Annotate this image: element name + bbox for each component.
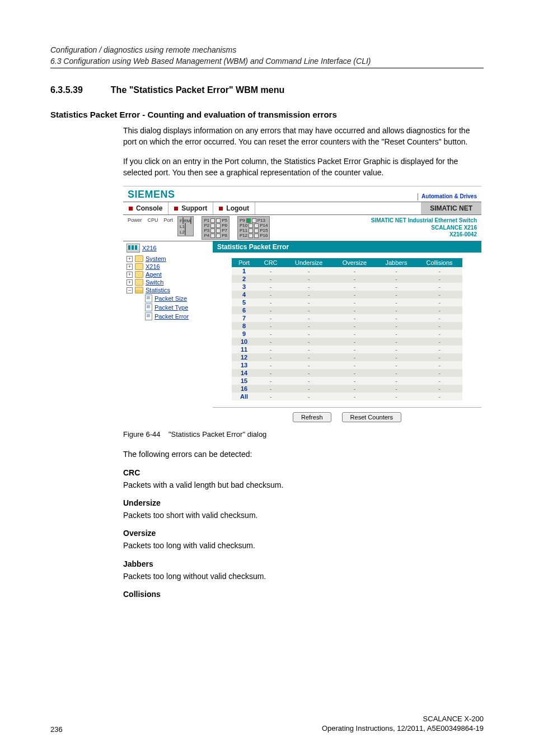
table-row: 15----- bbox=[232, 377, 463, 385]
table-header: Oversize bbox=[333, 258, 376, 267]
term-oversize-text: Packets too long with valid checksum. bbox=[123, 540, 484, 551]
value-cell: - bbox=[376, 369, 416, 377]
tree-expander-agent[interactable]: + bbox=[127, 272, 133, 278]
support-link[interactable]: Support bbox=[168, 202, 213, 214]
table-row: 10----- bbox=[232, 338, 463, 346]
port-cell[interactable]: 1 bbox=[232, 267, 257, 275]
value-cell: - bbox=[416, 330, 463, 338]
refresh-button[interactable]: Refresh bbox=[293, 412, 331, 422]
packet-error-table: PortCRCUndersizeOversizeJabbersCollision… bbox=[232, 258, 463, 400]
port-cell[interactable]: 7 bbox=[232, 314, 257, 322]
wbm-screenshot: SIEMENS Automation & Drives Console Supp… bbox=[123, 186, 481, 426]
term-jabbers-heading: Jabbers bbox=[123, 559, 484, 568]
tree-item-psize[interactable]: Packet Size bbox=[154, 295, 187, 302]
value-cell: - bbox=[333, 267, 376, 275]
value-cell: - bbox=[257, 298, 285, 306]
port-cell[interactable]: 3 bbox=[232, 283, 257, 291]
document-icon bbox=[145, 304, 152, 311]
tree-item-agent[interactable]: Agent bbox=[146, 271, 162, 278]
value-cell: - bbox=[285, 377, 333, 385]
table-header: CRC bbox=[257, 258, 285, 267]
port-cell[interactable]: 13 bbox=[232, 361, 257, 369]
bullet-icon bbox=[174, 207, 178, 211]
table-row: All----- bbox=[232, 393, 463, 400]
port-cell[interactable]: 14 bbox=[232, 369, 257, 377]
port-cell[interactable]: 16 bbox=[232, 385, 257, 393]
value-cell: - bbox=[257, 377, 285, 385]
value-cell: - bbox=[333, 306, 376, 314]
reset-counters-button[interactable]: Reset Counters bbox=[342, 412, 401, 422]
nav-tree: X216 +System+X216+Agent+Switch–Statistic… bbox=[123, 241, 213, 426]
table-header: Collisions bbox=[416, 258, 463, 267]
value-cell: - bbox=[257, 322, 285, 330]
shelf-port1-label: Port bbox=[164, 216, 174, 223]
value-cell: - bbox=[376, 306, 416, 314]
port-cell[interactable]: 5 bbox=[232, 298, 257, 306]
port-cell[interactable]: 12 bbox=[232, 353, 257, 361]
tree-expander-x216[interactable]: + bbox=[127, 264, 133, 270]
value-cell: - bbox=[416, 393, 463, 400]
value-cell: - bbox=[416, 275, 463, 283]
port-cell[interactable]: 10 bbox=[232, 338, 257, 346]
value-cell: - bbox=[333, 393, 376, 400]
port-led-block-a: P1P5 P2P6 P3P7 P4P8 bbox=[202, 216, 229, 240]
running-head-line2: 6.3 Configuration using Web Based Manage… bbox=[50, 56, 484, 67]
value-cell: - bbox=[376, 330, 416, 338]
table-header: Undersize bbox=[285, 258, 333, 267]
device-id-line2: SCALANCE X216 bbox=[371, 225, 477, 232]
value-cell: - bbox=[285, 298, 333, 306]
tree-device-link[interactable]: X216 bbox=[142, 245, 157, 251]
value-cell: - bbox=[285, 330, 333, 338]
console-link[interactable]: Console bbox=[123, 202, 168, 214]
value-cell: - bbox=[416, 283, 463, 291]
port-cell[interactable]: 4 bbox=[232, 291, 257, 298]
paragraph-2: If you click on an entry in the Port col… bbox=[123, 156, 484, 179]
port-cell[interactable]: 2 bbox=[232, 275, 257, 283]
tree-item-perror[interactable]: Packet Error bbox=[154, 313, 189, 320]
value-cell: - bbox=[416, 353, 463, 361]
device-id-line3: X216-0042 bbox=[371, 231, 477, 239]
table-row: 1----- bbox=[232, 267, 463, 275]
tree-item-x216[interactable]: X216 bbox=[146, 263, 160, 270]
figure-caption-label: Figure 6-44 bbox=[123, 430, 160, 438]
table-row: 8----- bbox=[232, 322, 463, 330]
value-cell: - bbox=[333, 346, 376, 353]
port-cell[interactable]: 11 bbox=[232, 346, 257, 353]
value-cell: - bbox=[376, 393, 416, 400]
value-cell: - bbox=[333, 298, 376, 306]
tree-expander-system[interactable]: + bbox=[127, 256, 133, 262]
figure-caption-text: "Statistics Packet Error" dialog bbox=[168, 430, 266, 438]
table-row: 4----- bbox=[232, 291, 463, 298]
value-cell: - bbox=[257, 275, 285, 283]
port-cell[interactable]: All bbox=[232, 393, 257, 400]
device-shelf: Power CPU Port FRM L1 L2 P1P5 P2P6 P3P7 … bbox=[123, 215, 481, 241]
port-cell[interactable]: 9 bbox=[232, 330, 257, 338]
tree-item-ptype[interactable]: Packet Type bbox=[154, 304, 188, 311]
value-cell: - bbox=[257, 283, 285, 291]
value-cell: - bbox=[416, 306, 463, 314]
support-label: Support bbox=[181, 204, 207, 212]
port-cell[interactable]: 8 bbox=[232, 322, 257, 330]
table-header: Port bbox=[232, 258, 257, 267]
pane-header: Statistics Packet Error bbox=[213, 241, 481, 253]
value-cell: - bbox=[333, 385, 376, 393]
value-cell: - bbox=[285, 306, 333, 314]
value-cell: - bbox=[376, 377, 416, 385]
section-title: The "Statistics Packet Error" WBM menu bbox=[111, 85, 284, 95]
value-cell: - bbox=[285, 393, 333, 400]
automation-drives-label: Automation & Drives bbox=[418, 193, 477, 200]
errors-lead: The following errors can be detected: bbox=[123, 449, 484, 460]
port-cell[interactable]: 6 bbox=[232, 306, 257, 314]
tree-item-switch[interactable]: Switch bbox=[146, 279, 163, 286]
value-cell: - bbox=[376, 267, 416, 275]
logout-link[interactable]: Logout bbox=[213, 202, 255, 214]
value-cell: - bbox=[257, 353, 285, 361]
tree-expander-stats[interactable]: – bbox=[127, 287, 133, 293]
tree-expander-switch[interactable]: + bbox=[127, 279, 133, 286]
value-cell: - bbox=[333, 322, 376, 330]
tree-item-stats[interactable]: Statistics bbox=[146, 287, 170, 293]
port-cell[interactable]: 15 bbox=[232, 377, 257, 385]
value-cell: - bbox=[285, 369, 333, 377]
tree-item-system[interactable]: System bbox=[146, 255, 166, 262]
value-cell: - bbox=[376, 298, 416, 306]
